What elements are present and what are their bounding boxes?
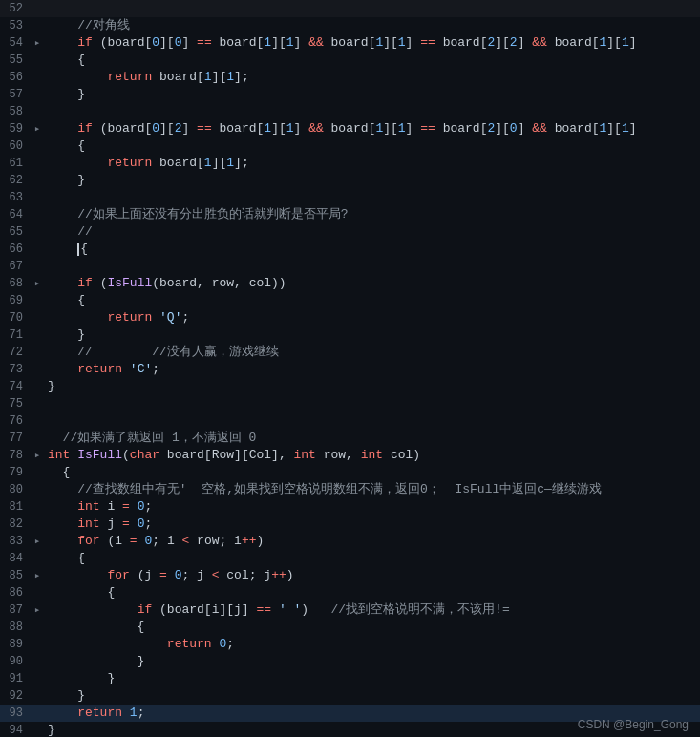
line-content: return 0;	[44, 636, 700, 653]
line-number: 71	[0, 326, 31, 344]
line-number: 85	[0, 567, 31, 584]
table-row: 59▸ if (board[0][2] == board[1][1] && bo…	[0, 120, 700, 137]
line-content: }	[44, 172, 700, 189]
line-content: {	[44, 464, 700, 481]
table-row: 55 {	[0, 52, 700, 69]
table-row: 53 //对角线	[0, 17, 700, 34]
table-row: 92 }	[0, 687, 700, 705]
line-content: {	[44, 241, 700, 258]
table-row: 84 {	[0, 550, 700, 567]
line-content: //查找数组中有无' 空格,如果找到空格说明数组不满，返回0； IsFull中返…	[44, 481, 700, 498]
line-number: 64	[0, 206, 31, 223]
table-row: 74}	[0, 378, 700, 395]
line-content: // //没有人赢，游戏继续	[44, 344, 700, 361]
line-number: 93	[0, 705, 31, 722]
line-number: 81	[0, 498, 31, 516]
line-content: }	[44, 326, 700, 344]
table-row: 81 int i = 0;	[0, 498, 700, 516]
line-number: 78	[0, 447, 31, 464]
line-content: {	[44, 550, 700, 567]
line-gutter: ▸	[31, 34, 44, 52]
table-row: 86 {	[0, 584, 700, 601]
table-row: 65 //	[0, 223, 700, 241]
code-lines-container: 5253 //对角线54▸ if (board[0][0] == board[1…	[0, 0, 700, 737]
line-number: 59	[0, 120, 31, 137]
line-number: 62	[0, 172, 31, 189]
line-number: 83	[0, 533, 31, 550]
table-row: 67	[0, 258, 700, 275]
table-row: 62 }	[0, 172, 700, 189]
line-content: //如果满了就返回 1，不满返回 0	[44, 430, 700, 447]
line-number: 92	[0, 687, 31, 705]
table-row: 68▸ if (IsFull(board, row, col))	[0, 275, 700, 292]
line-content: if (board[0][2] == board[1][1] && board[…	[44, 120, 700, 137]
table-row: 79 {	[0, 464, 700, 481]
table-row: 83▸ for (i = 0; i < row; i++)	[0, 533, 700, 550]
line-number: 73	[0, 361, 31, 378]
table-row: 66 {	[0, 241, 700, 258]
table-row: 69 {	[0, 292, 700, 309]
table-row: 85▸ for (j = 0; j < col; j++)	[0, 567, 700, 584]
line-content: {	[44, 137, 700, 155]
table-row: 75	[0, 395, 700, 412]
line-gutter: ▸	[31, 533, 44, 550]
line-content: int i = 0;	[44, 498, 700, 516]
line-content: for (j = 0; j < col; j++)	[44, 567, 700, 584]
line-number: 57	[0, 86, 31, 103]
line-number: 91	[0, 670, 31, 687]
watermark: CSDN @Begin_Gong	[578, 718, 689, 731]
line-number: 67	[0, 258, 31, 275]
table-row: 63	[0, 189, 700, 206]
line-gutter: ▸	[31, 601, 44, 619]
line-content: if (board[i][j] == ' ') //找到空格说明不满，不该用!=	[44, 601, 700, 619]
table-row: 90 }	[0, 653, 700, 670]
line-number: 79	[0, 464, 31, 481]
line-content: int IsFull(char board[Row][Col], int row…	[44, 447, 700, 464]
line-number: 72	[0, 344, 31, 361]
line-content: {	[44, 52, 700, 69]
line-content: }	[44, 670, 700, 687]
line-content: //	[44, 223, 700, 241]
line-content: }	[44, 86, 700, 103]
table-row: 64 //如果上面还没有分出胜负的话就判断是否平局?	[0, 206, 700, 223]
line-number: 94	[0, 722, 31, 737]
table-row: 87▸ if (board[i][j] == ' ') //找到空格说明不满，不…	[0, 601, 700, 619]
line-content: if (board[0][0] == board[1][1] && board[…	[44, 34, 700, 52]
line-content: }	[44, 687, 700, 705]
line-number: 74	[0, 378, 31, 395]
table-row: 76	[0, 412, 700, 430]
line-number: 77	[0, 430, 31, 447]
line-number: 52	[0, 0, 31, 17]
line-number: 87	[0, 601, 31, 619]
line-number: 75	[0, 395, 31, 412]
line-content: {	[44, 584, 700, 601]
line-number: 76	[0, 412, 31, 430]
line-number: 58	[0, 103, 31, 120]
table-row: 72 // //没有人赢，游戏继续	[0, 344, 700, 361]
line-number: 55	[0, 52, 31, 69]
line-content: return board[1][1];	[44, 155, 700, 172]
line-content: return 'Q';	[44, 309, 700, 326]
line-number: 82	[0, 516, 31, 533]
line-gutter: ▸	[31, 275, 44, 292]
table-row: 82 int j = 0;	[0, 516, 700, 533]
line-number: 89	[0, 636, 31, 653]
table-row: 58	[0, 103, 700, 120]
table-row: 80 //查找数组中有无' 空格,如果找到空格说明数组不满，返回0； IsFul…	[0, 481, 700, 498]
line-number: 56	[0, 69, 31, 86]
line-number: 60	[0, 137, 31, 155]
table-row: 54▸ if (board[0][0] == board[1][1] && bo…	[0, 34, 700, 52]
line-number: 61	[0, 155, 31, 172]
table-row: 61 return board[1][1];	[0, 155, 700, 172]
table-row: 52	[0, 0, 700, 17]
line-number: 68	[0, 275, 31, 292]
line-number: 84	[0, 550, 31, 567]
line-number: 88	[0, 619, 31, 636]
line-number: 65	[0, 223, 31, 241]
line-content: int j = 0;	[44, 516, 700, 533]
table-row: 88 {	[0, 619, 700, 636]
table-row: 77 //如果满了就返回 1，不满返回 0	[0, 430, 700, 447]
line-content: {	[44, 292, 700, 309]
line-gutter: ▸	[31, 447, 44, 464]
line-content: }	[44, 378, 700, 395]
